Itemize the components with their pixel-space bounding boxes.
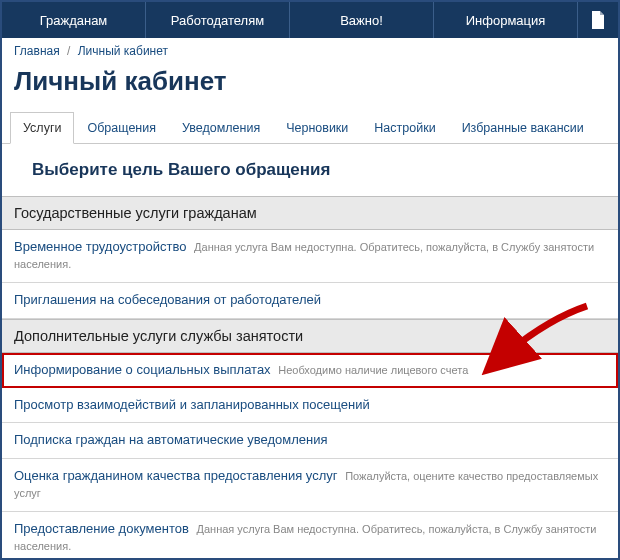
breadcrumb: Главная / Личный кабинет: [2, 38, 618, 64]
breadcrumb-sep: /: [67, 44, 70, 58]
row-subscription[interactable]: Подписка граждан на автоматические уведо…: [2, 423, 618, 459]
link-social-payments[interactable]: Информирование о социальных выплатах: [14, 362, 271, 377]
tabs: Услуги Обращения Уведомления Черновики Н…: [2, 111, 618, 144]
note-account-required: Необходимо наличие лицевого счета: [278, 364, 468, 376]
link-temp-employment[interactable]: Временное трудоустройство: [14, 239, 186, 254]
tab-favorites[interactable]: Избранные вакансии: [449, 112, 597, 144]
tab-drafts[interactable]: Черновики: [273, 112, 361, 144]
nav-citizens[interactable]: Гражданам: [2, 2, 146, 38]
breadcrumb-current[interactable]: Личный кабинет: [78, 44, 168, 58]
nav-doc-button[interactable]: [578, 2, 618, 38]
link-quality[interactable]: Оценка гражданином качества предоставлен…: [14, 468, 338, 483]
row-temp-employment[interactable]: Временное трудоустройство Данная услуга …: [2, 230, 618, 283]
link-invitations[interactable]: Приглашения на собеседования от работода…: [14, 292, 321, 307]
row-documents[interactable]: Предоставление документов Данная услуга …: [2, 512, 618, 560]
tab-notifications[interactable]: Уведомления: [169, 112, 273, 144]
section-additional-services: Дополнительные услуги службы занятости: [2, 319, 618, 353]
link-interactions[interactable]: Просмотр взаимодействий и запланированны…: [14, 397, 370, 412]
row-interactions[interactable]: Просмотр взаимодействий и запланированны…: [2, 388, 618, 424]
top-nav: Гражданам Работодателям Важно! Информаци…: [2, 2, 618, 38]
row-invitations[interactable]: Приглашения на собеседования от работода…: [2, 283, 618, 319]
prompt-heading: Выберите цель Вашего обращения: [2, 144, 618, 196]
tab-settings[interactable]: Настройки: [361, 112, 448, 144]
section-gov-services: Государственные услуги гражданам: [2, 196, 618, 230]
link-documents[interactable]: Предоставление документов: [14, 521, 189, 536]
tab-services[interactable]: Услуги: [10, 112, 74, 144]
breadcrumb-home[interactable]: Главная: [14, 44, 60, 58]
nav-important[interactable]: Важно!: [290, 2, 434, 38]
page-title: Личный кабинет: [2, 64, 618, 111]
row-social-payments[interactable]: Информирование о социальных выплатах Нео…: [2, 353, 618, 388]
nav-employers[interactable]: Работодателям: [146, 2, 290, 38]
row-quality[interactable]: Оценка гражданином качества предоставлен…: [2, 459, 618, 512]
tab-requests[interactable]: Обращения: [74, 112, 169, 144]
link-subscription[interactable]: Подписка граждан на автоматические уведо…: [14, 432, 328, 447]
document-icon: [591, 11, 605, 29]
nav-info[interactable]: Информация: [434, 2, 578, 38]
